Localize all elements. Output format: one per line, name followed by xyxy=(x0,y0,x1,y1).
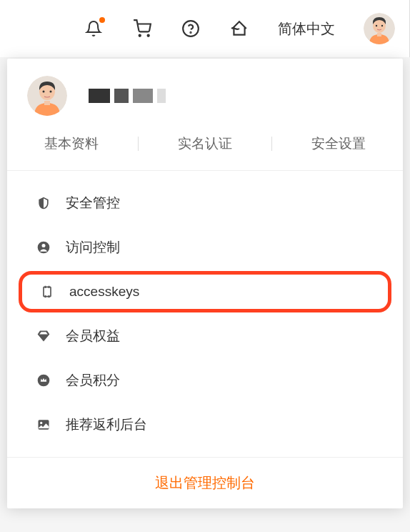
diamond-icon xyxy=(36,328,51,344)
menu-member-benefits[interactable]: 会员权益 xyxy=(7,314,403,358)
svg-point-11 xyxy=(43,91,45,93)
menu-access-control[interactable]: 访问控制 xyxy=(7,225,403,270)
avatar-icon xyxy=(364,13,395,44)
menu-label: 访问控制 xyxy=(66,238,120,257)
logout-button[interactable]: 退出管理控制台 xyxy=(7,457,403,508)
home-icon[interactable] xyxy=(229,19,249,39)
menu-security-control[interactable]: 安全管控 xyxy=(7,181,403,225)
svg-point-3 xyxy=(190,32,191,33)
menu-list: 安全管控 访问控制 accesskeys 会员权益 会员积分 xyxy=(7,170,403,457)
cart-icon[interactable] xyxy=(132,19,152,39)
menu-label: 会员积分 xyxy=(66,371,120,390)
user-header xyxy=(7,59,403,129)
person-icon xyxy=(36,240,51,255)
divider xyxy=(138,137,139,151)
avatar-button[interactable] xyxy=(364,13,395,44)
avatar-large xyxy=(27,76,67,116)
menu-label: 推荐返利后台 xyxy=(66,415,147,434)
tab-verify[interactable]: 实名认证 xyxy=(171,134,239,153)
svg-point-15 xyxy=(42,244,46,247)
tab-profile[interactable]: 基本资料 xyxy=(37,134,106,153)
menu-label: 会员权益 xyxy=(66,327,120,345)
svg-point-1 xyxy=(148,35,149,36)
svg-point-12 xyxy=(50,91,52,93)
divider xyxy=(271,137,272,151)
svg-rect-16 xyxy=(44,287,51,296)
menu-label: 安全管控 xyxy=(66,194,120,212)
svg-rect-8 xyxy=(377,33,381,36)
profile-tabs: 基本资料 实名认证 安全设置 xyxy=(7,129,403,170)
svg-point-0 xyxy=(139,35,141,36)
shield-icon xyxy=(36,195,51,211)
user-dropdown: 基本资料 实名认证 安全设置 安全管控 访问控制 accesskeys xyxy=(7,59,403,508)
crown-icon xyxy=(36,373,51,388)
svg-rect-13 xyxy=(44,101,50,105)
svg-point-19 xyxy=(40,422,42,424)
notification-dot xyxy=(99,17,105,23)
bell-icon[interactable] xyxy=(84,19,104,39)
menu-member-points[interactable]: 会员积分 xyxy=(7,358,403,403)
help-icon[interactable] xyxy=(181,19,201,39)
tab-security[interactable]: 安全设置 xyxy=(304,134,373,153)
language-selector[interactable]: 简体中文 xyxy=(278,19,335,39)
username xyxy=(89,89,170,103)
image-icon xyxy=(36,417,51,433)
key-icon xyxy=(39,284,55,300)
menu-accesskeys[interactable]: accesskeys xyxy=(19,271,391,312)
svg-point-6 xyxy=(376,25,377,26)
svg-point-7 xyxy=(381,25,383,26)
menu-label: accesskeys xyxy=(69,284,139,300)
avatar-icon xyxy=(27,76,67,116)
menu-referral[interactable]: 推荐返利后台 xyxy=(7,403,403,447)
